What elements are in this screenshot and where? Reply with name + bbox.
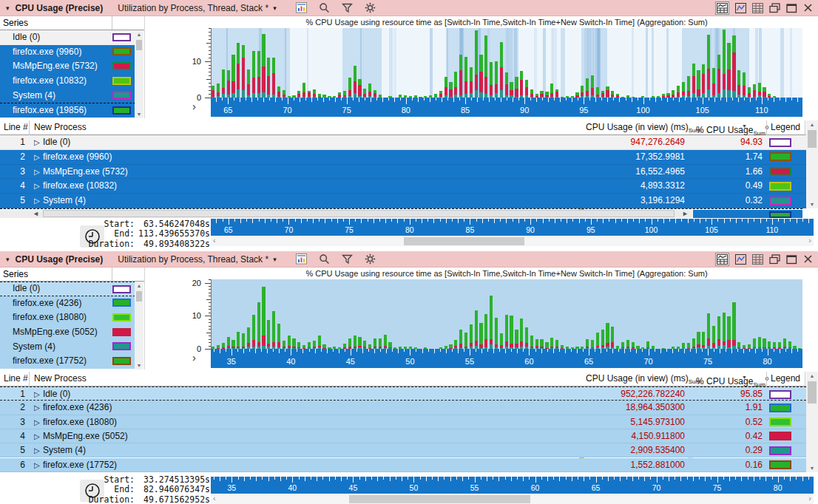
table-row[interactable]: 4▷firefox.exe (10832)4,893.33120.49 [0,179,806,194]
expand-graph-chevron-icon[interactable]: › [192,100,196,112]
col-legend[interactable]: Legend [771,120,800,135]
col-pct-cpu-usage[interactable]: % CPU UsageSum0▼ [696,372,768,386]
table-row[interactable]: 2▷firefox.exe (9960)17,352.99811.74 [0,150,806,165]
expand-row-icon[interactable]: ▷ [34,135,43,149]
col-legend[interactable]: Legend [771,372,800,386]
col-line-number[interactable]: Line # [4,120,28,135]
table-row[interactable]: 2▷firefox.exe (4236)18,964.3503001.91 [0,401,806,415]
series-item[interactable]: System (4) [0,89,135,103]
timeline-scrollbar[interactable]: ‹ › [211,494,814,504]
series-item[interactable]: MsMpEng.exe (5052) [0,325,135,340]
scroll-down-icon[interactable]: ▼ [135,110,143,118]
series-item[interactable]: firefox.exe (17752) [0,354,135,369]
scroll-left-icon[interactable]: ‹ [213,494,216,503]
search-icon[interactable] [319,2,330,13]
scroll-up-icon[interactable]: ▲ [135,30,143,38]
timeline-ruler[interactable]: 65707580859095100105110 [211,98,802,117]
view-preset-dropdown[interactable]: Utilization by Process, Thread, Stack *▾ [118,3,276,13]
expand-row-icon[interactable]: ▷ [34,387,43,400]
col-pct-cpu-usage[interactable]: % CPU UsageSum0▼ [696,120,768,135]
settings-gear-icon[interactable] [365,2,376,13]
cpu-usage-chart[interactable] [211,28,802,98]
expand-row-icon[interactable]: ▷ [34,401,43,414]
table-only-view-icon[interactable] [752,254,763,265]
expand-row-icon[interactable]: ▷ [34,179,43,193]
graph-gallery-icon[interactable] [296,2,307,13]
view-preset-dropdown[interactable]: Utilization by Process, Thread, Stack *▾ [118,254,276,265]
expand-row-icon[interactable]: ▷ [34,150,43,164]
scroll-down-icon[interactable]: ▼ [806,464,818,472]
col-cpu-usage[interactable]: CPU Usage (in view) (ms)Sum [586,120,700,135]
scroll-down-icon[interactable]: ▼ [135,361,143,370]
table-horizontal-scrollbar[interactable]: ◄ ► [0,210,692,218]
filter-funnel-icon[interactable] [342,253,353,265]
table-row[interactable]: 5▷System (4)3,196.12940.32 [0,194,806,208]
series-item[interactable]: System (4) [0,340,135,355]
scroll-up-icon[interactable]: ▲ [135,282,143,290]
table-row[interactable]: 6▷firefox.exe (17752)1,552.8810000.16 [0,458,806,472]
timeline-ruler[interactable]: 35404550556065707580 [211,349,802,368]
overview-timeline-ruler[interactable]: 35404550556065707580 [211,477,814,494]
table-row[interactable]: 1▷Idle (0)952,226.78224095.85 [0,386,806,401]
maximize-icon[interactable] [786,254,797,265]
expand-row-icon[interactable]: ▷ [34,194,43,208]
scrollbar-thumb[interactable] [404,237,524,245]
series-item[interactable]: firefox.exe (10832) [0,74,135,89]
chart-and-table-view-icon[interactable] [715,1,729,15]
series-item[interactable]: firefox.exe (19856) [0,103,135,118]
col-new-process[interactable]: New Process [34,120,87,135]
series-item[interactable]: firefox.exe (9960) [0,45,135,60]
table-row[interactable]: 1▷Idle (0)947,276.264994.93 [0,135,806,150]
chart-only-view-icon[interactable] [735,3,746,13]
expand-row-icon[interactable]: ▷ [34,443,43,457]
overview-timeline-ruler[interactable]: 65707580859095100105110 [211,219,814,236]
expand-row-icon[interactable]: ▷ [34,429,43,443]
filter-funnel-icon[interactable] [342,2,353,13]
scrollbar-thumb[interactable] [808,130,817,148]
scroll-right-icon[interactable]: ► [682,210,689,218]
series-scrollbar[interactable]: ▲ ▼ [135,282,143,370]
timeline-scrollbar[interactable]: ‹ › [211,236,814,246]
scroll-left-icon[interactable]: ‹ [213,236,216,245]
maximize-icon[interactable] [786,3,797,13]
close-icon[interactable] [803,3,813,13]
series-item[interactable]: Idle (0) [0,30,135,45]
expand-row-icon[interactable]: ▷ [34,415,43,429]
table-row[interactable]: 3▷MsMpEng.exe (5732)16,552.49651.66 [0,165,806,180]
series-item[interactable]: MsMpEng.exe (5732) [0,59,135,74]
scroll-down-icon[interactable]: ▼ [806,200,818,208]
scroll-left-icon[interactable]: ◄ [33,210,39,218]
scrollbar-thumb[interactable] [808,381,817,403]
chart-and-table-view-icon[interactable] [715,253,729,266]
table-row[interactable]: 4▷MsMpEng.exe (5052)4,150.9118000.42 [0,429,806,443]
col-new-process[interactable]: New Process [34,372,87,386]
table-scrollbar[interactable]: ▲ ▼ [806,372,818,472]
scroll-right-icon[interactable]: › [808,236,811,245]
scrollbar-thumb[interactable] [136,40,142,50]
scroll-up-icon[interactable]: ▲ [806,372,818,380]
cpu-usage-chart[interactable] [211,279,802,349]
series-item[interactable]: firefox.exe (18080) [0,310,135,325]
search-icon[interactable] [319,253,330,265]
collapse-panel-caret-icon[interactable]: ▾ [6,256,10,263]
scrollbar-thumb[interactable] [136,291,142,302]
table-row[interactable]: 3▷firefox.exe (18080)5,145.9731000.52 [0,415,806,429]
table-row[interactable]: 5▷System (4)2,909.5354000.29 [0,443,806,457]
scroll-up-icon[interactable]: ▲ [806,120,818,129]
cascade-windows-icon[interactable] [769,3,780,13]
expand-graph-chevron-icon[interactable]: › [192,351,196,364]
graph-gallery-icon[interactable] [296,253,307,265]
series-item[interactable]: firefox.exe (4236) [0,296,135,311]
table-only-view-icon[interactable] [752,3,763,13]
settings-gear-icon[interactable] [365,253,376,265]
col-line-number[interactable]: Line # [4,372,28,386]
chart-only-view-icon[interactable] [735,254,746,265]
collapse-panel-caret-icon[interactable]: ▾ [6,4,10,12]
col-cpu-usage[interactable]: CPU Usage (in view) (ms)Sum [586,372,700,386]
scrollbar-thumb[interactable] [43,210,675,217]
scroll-right-icon[interactable]: › [808,494,811,503]
scrollbar-thumb[interactable] [349,495,530,503]
series-item[interactable]: Idle (0) [0,282,135,296]
expand-row-icon[interactable]: ▷ [34,458,43,471]
cascade-windows-icon[interactable] [769,254,780,265]
